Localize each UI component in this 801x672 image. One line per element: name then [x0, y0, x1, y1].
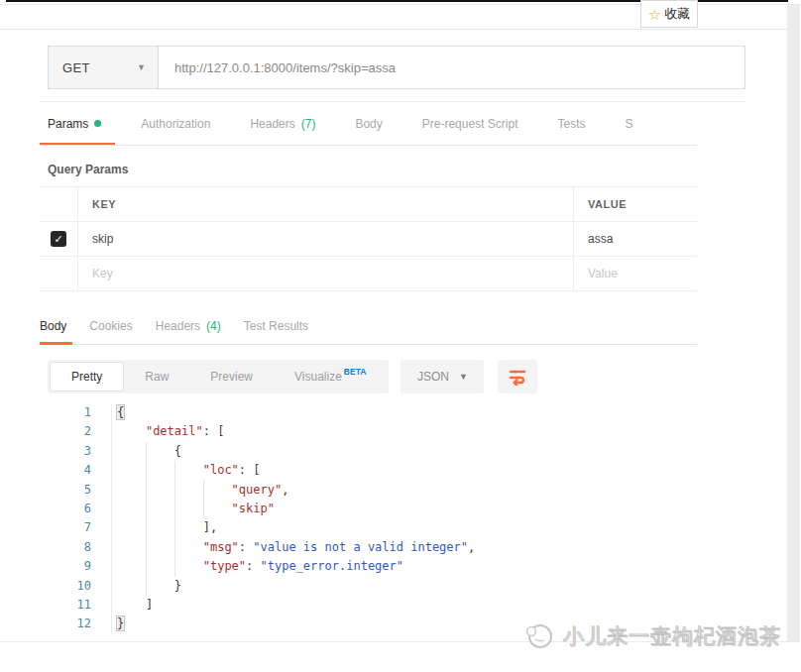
code-line: 6 "skip" [40, 500, 697, 518]
method-label: GET [62, 60, 137, 75]
tab-label: Authorization [141, 117, 210, 131]
indent-guide [174, 500, 175, 518]
tab-body[interactable]: Body [355, 102, 382, 146]
param-value[interactable]: assa [588, 232, 613, 246]
indent-guide [146, 577, 147, 596]
chevron-down-icon: ▼ [137, 62, 146, 72]
json-key: "query" [232, 483, 283, 497]
param-key[interactable]: skip [92, 232, 113, 246]
json-string-value: "value is not a valid integer" [253, 540, 468, 554]
json-punctuation: , [282, 483, 288, 497]
code-line-content: { [111, 442, 181, 461]
tab-label: Cookies [89, 319, 132, 333]
header-check-cell [40, 187, 77, 221]
code-line-content: "skip" [111, 500, 275, 518]
beta-badge: BETA [344, 367, 367, 377]
indent-guide [174, 518, 175, 537]
query-params-table: KEY VALUE ✓ skip assa Key Value [40, 186, 697, 291]
request-panel: GET ▼ http://127.0.0.1:8000/items/?skip=… [40, 38, 697, 634]
code-line: 8 "msg": "value is not a valid integer", [40, 538, 697, 557]
json-key: "detail" [146, 424, 203, 438]
watermark-text: 小儿来一壶枸杞酒泡茶 [563, 622, 781, 650]
code-line: 10 } [40, 577, 697, 596]
response-toolbar: PrettyRawPreviewVisualizeBETA JSON ▼ [48, 360, 697, 393]
view-mode-pretty[interactable]: Pretty [50, 362, 124, 392]
tab-authorization[interactable]: Authorization [141, 102, 210, 146]
url-text: http://127.0.0.1:8000/items/?skip=assa [174, 60, 396, 75]
tab-tests[interactable]: Tests [557, 102, 585, 146]
favorite-label: 收藏 [664, 5, 690, 23]
code-line-content: "loc": [ [111, 461, 261, 480]
view-mode-label: Preview [210, 370, 253, 384]
key-column-header: KEY [77, 187, 573, 221]
tab-label: Headers [156, 319, 200, 333]
response-tab-headers[interactable]: Headers(4) [156, 307, 221, 345]
row-checkbox[interactable]: ✓ [51, 231, 66, 247]
matched-brace: } [117, 616, 124, 630]
json-punctuation [117, 559, 203, 573]
json-punctuation: : [ [239, 463, 261, 477]
request-tabs: ParamsAuthorizationHeaders(7)BodyPre-req… [40, 102, 697, 146]
tab-label: Test Results [244, 319, 308, 333]
json-punctuation [117, 424, 146, 438]
json-punctuation: , [468, 540, 475, 554]
line-number: 12 [40, 615, 111, 633]
view-mode-raw[interactable]: Raw [124, 362, 189, 392]
value-placeholder-input[interactable]: Value [588, 267, 618, 280]
table-row: ✓ skip assa [40, 222, 697, 257]
line-number: 5 [40, 481, 111, 500]
response-body-code[interactable]: 1{2 "detail": [3 {4 "loc": [5 "query",6 … [40, 403, 697, 634]
response-tab-test-results[interactable]: Test Results [244, 307, 308, 345]
indent-guide [174, 461, 175, 480]
green-dot-icon [94, 120, 101, 127]
code-line: 5 "query", [40, 481, 697, 500]
star-icon: ☆ [648, 7, 661, 22]
response-tab-body[interactable]: Body [40, 307, 66, 345]
indent-guide [174, 481, 175, 500]
response-tabs: BodyCookiesHeaders(4)Test Results [40, 307, 697, 345]
view-mode-preview[interactable]: Preview [189, 362, 274, 392]
tab-label: Headers [250, 117, 294, 131]
code-line: 2 "detail": [ [40, 422, 697, 441]
code-line-content: ], [111, 518, 217, 537]
json-punctuation: : [239, 540, 253, 554]
indent-guide [146, 557, 147, 576]
json-key: "loc" [203, 463, 239, 477]
code-line: 4 "loc": [ [40, 461, 697, 480]
view-mode-label: Pretty [71, 370, 102, 384]
json-punctuation: ], [117, 520, 217, 534]
line-number: 2 [40, 422, 111, 441]
tab-label: S [626, 117, 633, 131]
tab-pre-request-script[interactable]: Pre-request Script [422, 102, 518, 146]
view-mode-visualize[interactable]: VisualizeBETA [274, 362, 387, 392]
json-punctuation: ] [117, 598, 153, 612]
indent-guide [146, 442, 147, 461]
format-dropdown[interactable]: JSON ▼ [400, 360, 484, 393]
tab-params[interactable]: Params [48, 102, 101, 146]
key-placeholder-input[interactable]: Key [92, 267, 113, 280]
code-line: 1{ [40, 403, 697, 422]
tab-label: Body [355, 117, 382, 131]
query-params-title: Query Params [48, 163, 697, 176]
line-number: 7 [40, 518, 111, 537]
indent-guide [146, 500, 147, 518]
favorite-button[interactable]: ☆ 收藏 [640, 0, 698, 28]
line-number: 11 [40, 596, 111, 615]
tab-headers[interactable]: Headers(7) [250, 102, 315, 146]
url-input[interactable]: http://127.0.0.1:8000/items/?skip=assa [159, 46, 745, 89]
view-mode-label: Visualize [294, 370, 342, 384]
response-tab-cookies[interactable]: Cookies [89, 307, 132, 345]
method-dropdown[interactable]: GET ▼ [48, 46, 159, 89]
chevron-down-icon: ▼ [459, 372, 468, 382]
code-line-content: "msg": "value is not a valid integer", [111, 538, 475, 557]
line-number: 1 [40, 403, 111, 422]
tab-s[interactable]: S [626, 102, 633, 146]
json-string-value: "type_error.integer" [261, 559, 404, 573]
tab-label: Tests [557, 117, 585, 131]
json-key: "type" [203, 559, 246, 573]
code-line-content: "detail": [ [111, 422, 224, 441]
wrap-lines-button[interactable] [498, 360, 537, 393]
json-key: "skip" [232, 502, 275, 515]
table-placeholder-row: Key Value [40, 257, 697, 291]
scrollbar[interactable] [787, 5, 800, 642]
